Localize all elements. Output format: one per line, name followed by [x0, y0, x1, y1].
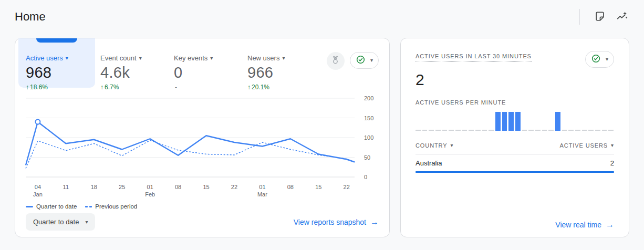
legend-item-quarter-to-date: Quarter to date [26, 203, 77, 210]
metric-value: 4.6k [100, 64, 168, 81]
up-arrow-icon: ↑ [100, 84, 103, 91]
chevron-down-icon: ▾ [370, 58, 373, 63]
minute-slot [449, 110, 454, 131]
chevron-down-icon: ▾ [606, 57, 608, 62]
metric-tab-new-users[interactable]: New users ▾ 966 ↑ 20.1% [246, 38, 320, 88]
data-quality-button[interactable]: ▾ [350, 52, 379, 69]
active-users-30min-value: 2 [416, 71, 614, 89]
minute-slot [588, 110, 594, 131]
minute-bar [515, 112, 521, 131]
chevron-down-icon: ▾ [85, 220, 88, 225]
minute-slot [429, 110, 434, 131]
minute-slot [515, 110, 521, 131]
minute-slot [455, 110, 461, 131]
realtime-card-footer: View real time → [416, 220, 614, 230]
x-axis-tick: 08 [287, 183, 294, 191]
benchmarking-button[interactable] [327, 52, 345, 70]
overview-card: Active users ▾ 968 ↑ 18.6% Event count ▾… [15, 38, 390, 237]
metric-delta: ↑ 6.7% [100, 84, 168, 91]
minute-slot [582, 110, 588, 131]
x-axis-tick: 22 [344, 183, 350, 191]
table-row[interactable]: Australia 2 [416, 154, 614, 171]
up-arrow-icon: ↑ [26, 84, 29, 91]
realtime-header: ACTIVE USERS IN LAST 30 MINUTES ▾ [416, 51, 614, 68]
active-tab-indicator [36, 38, 77, 43]
per-minute-title: ACTIVE USERS PER MINUTE [416, 99, 614, 106]
chevron-down-icon[interactable]: ▾ [139, 56, 142, 61]
metric-tab-event-count[interactable]: Event count ▾ 4.6k ↑ 6.7% [99, 38, 173, 88]
metric-tab-key-events[interactable]: Key events ▾ 0 - [173, 38, 246, 88]
minute-slot [602, 110, 608, 131]
y-axis-tick: 100 [358, 134, 379, 141]
insights-sparkline-icon [616, 11, 628, 24]
view-real-time-link[interactable]: View real time → [555, 220, 614, 230]
chevron-down-icon: ▾ [611, 143, 614, 148]
metric-tab-active-users[interactable]: Active users ▾ 968 ↑ 18.6% [18, 38, 95, 88]
y-axis-tick: 0 [358, 174, 379, 180]
right-arrow-icon: → [370, 217, 379, 227]
x-axis-tick: 15 [315, 183, 321, 191]
page-title: Home [15, 10, 46, 24]
table-header-row: COUNTRY ▾ ACTIVE USERS ▾ [416, 142, 614, 154]
insights-button[interactable] [612, 7, 631, 26]
date-range-selector[interactable]: Quarter to date ▾ [26, 213, 95, 231]
chevron-down-icon[interactable]: ▾ [66, 56, 68, 61]
header-divider [579, 9, 580, 25]
chart-legend: Quarter to date Previous period [26, 203, 379, 210]
minute-slot [462, 110, 468, 131]
active-users-line-chart: 200150100500 04Jan11182501Feb08152201Mar… [26, 96, 379, 200]
active-users-column-header[interactable]: ACTIVE USERS ▾ [560, 142, 614, 149]
chevron-down-icon[interactable]: ▾ [282, 56, 285, 61]
x-axis-labels: 04Jan11182501Feb08152201Mar081522 [26, 183, 355, 199]
minute-slot [495, 110, 501, 131]
realtime-card: ACTIVE USERS IN LAST 30 MINUTES ▾ 2 ACTI… [400, 38, 629, 237]
y-axis-tick: 150 [358, 115, 379, 121]
legend-item-previous-period: Previous period [85, 203, 137, 210]
card-actions: ▾ [327, 38, 379, 88]
country-column-header[interactable]: COUNTRY ▾ [416, 142, 453, 149]
metric-tabs: Active users ▾ 968 ↑ 18.6% Event count ▾… [26, 38, 379, 88]
right-arrow-icon: → [606, 220, 614, 230]
header-actions [579, 7, 631, 26]
dashed-line-swatch [85, 206, 92, 207]
x-axis-tick: 08 [175, 183, 181, 191]
minute-bar [508, 112, 514, 131]
metric-delta: ↑ 18.6% [26, 84, 90, 91]
chevron-down-icon[interactable]: ▾ [210, 56, 213, 61]
up-arrow-icon: ↑ [247, 84, 251, 91]
minute-slot [482, 110, 488, 131]
x-axis-tick: 11 [63, 183, 69, 191]
minute-slot [469, 110, 474, 131]
realtime-country-table: COUNTRY ▾ ACTIVE USERS ▾ Australia 2 [416, 142, 614, 173]
minute-slot [508, 110, 514, 131]
minute-slot [548, 110, 554, 131]
minute-slot [416, 110, 421, 131]
per-minute-bar-chart [416, 110, 614, 131]
metric-value: 0 [174, 64, 241, 81]
minute-slot [568, 110, 574, 131]
minute-slot [608, 110, 614, 131]
metric-delta: ↑ 20.1% [247, 84, 315, 91]
x-axis-tick: 01Feb [145, 183, 155, 198]
minute-slot [435, 110, 441, 131]
minute-bar [555, 112, 560, 131]
minute-slot [562, 110, 568, 131]
metric-label: Active users [26, 54, 63, 62]
minute-slot [522, 110, 528, 131]
x-axis-tick: 22 [231, 183, 237, 191]
realtime-status-button[interactable]: ▾ [585, 51, 614, 68]
notes-button[interactable] [590, 7, 609, 26]
country-cell: Australia [416, 159, 442, 167]
minute-slot [528, 110, 534, 131]
minute-slot [575, 110, 581, 131]
check-circle-icon [591, 54, 601, 66]
minute-slot [542, 110, 548, 131]
metric-label: Event count [100, 54, 137, 62]
metric-value: 966 [247, 64, 315, 81]
minute-slot [442, 110, 448, 131]
minute-slot [489, 110, 494, 131]
x-axis-tick: 15 [203, 183, 209, 191]
active-users-cell: 2 [610, 159, 614, 167]
row-value-bar [416, 171, 614, 173]
view-reports-snapshot-link[interactable]: View reports snapshot → [294, 217, 379, 227]
